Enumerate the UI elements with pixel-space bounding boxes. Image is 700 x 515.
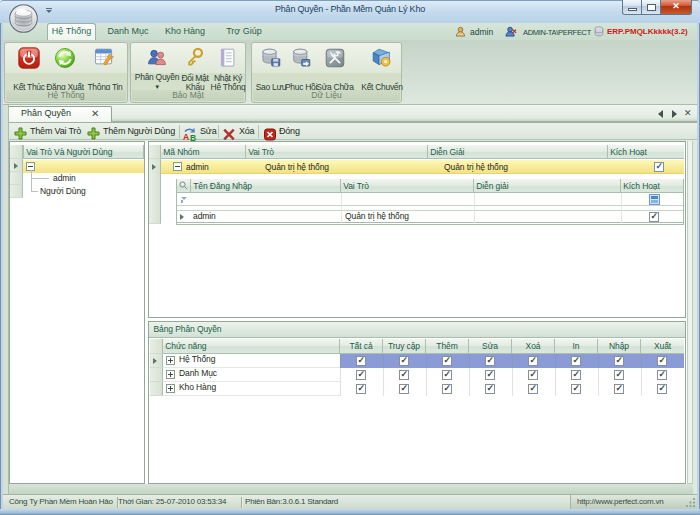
- svg-text:A: A: [183, 132, 189, 142]
